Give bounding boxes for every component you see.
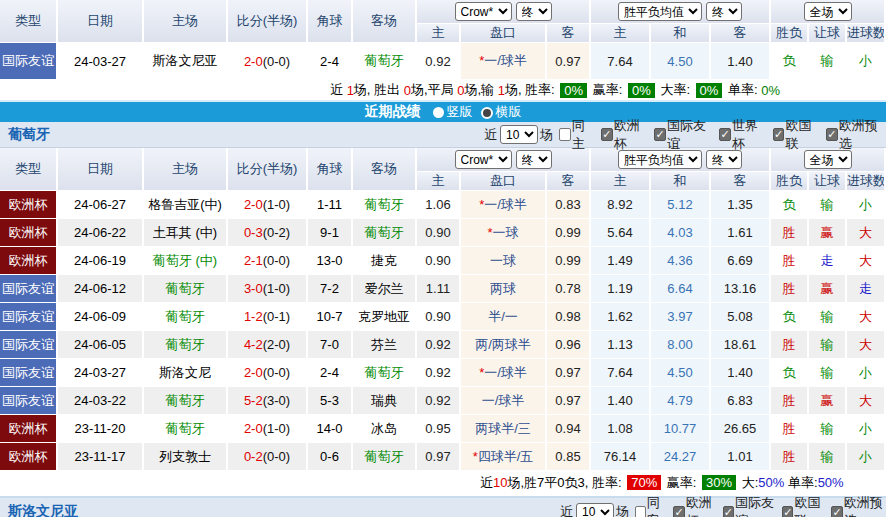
final-odds-select-b[interactable]: 终 (706, 150, 742, 169)
league-type-cell: 国际友谊 (0, 331, 58, 359)
col-header-0: 类型 (0, 148, 58, 191)
view-mode-label: 横版 (496, 104, 522, 119)
match-row: 国际友谊24-03-22葡萄牙5-2(3-0)5-3瑞典0.92一/球半0.97… (0, 387, 886, 415)
bookmaker-select[interactable]: Crow* (455, 150, 512, 169)
league-checkbox[interactable]: ✓ (831, 506, 842, 517)
col-header-4: 角球 (308, 148, 353, 191)
avg-odds-select[interactable]: 胜平负均值 (618, 150, 702, 169)
result-group-header: 全场 (771, 0, 886, 24)
subcol-header-5: 客 (711, 24, 771, 43)
stat-badge: 0% (560, 83, 587, 98)
recent-matches-table-header: 类型日期主场比分(半场)角球客场Crow*终胜平负均值终全场主盘口客主和客胜负让… (0, 148, 886, 191)
next-team-filter-controls: 近 10 场同客✓欧洲杯✓国际友谊✓欧国联✓欧洲预选 (560, 498, 886, 517)
games-count-select[interactable]: 10 (500, 125, 538, 144)
avg-home-cell: 1.19 (591, 275, 651, 303)
games-count-select[interactable]: 10 (576, 503, 614, 517)
date-cell: 24-06-05 (58, 331, 144, 359)
handicap-cell: 一球 (461, 247, 547, 275)
league-checkbox[interactable]: ✓ (601, 128, 613, 141)
avg-away-cell: 5.08 (711, 303, 771, 331)
result-handicap-cell: 走 (809, 247, 847, 275)
stat-text: 赢率: (663, 474, 700, 492)
result-goals-cell: 大 (847, 247, 886, 275)
same-venue-checkbox[interactable] (559, 128, 571, 141)
avg-draw-cell: 24.27 (651, 443, 711, 471)
away-team-cell: 葡萄牙 (353, 43, 417, 80)
away-odds-cell: 0.99 (547, 247, 591, 275)
home-team-cell: 葡萄牙 (144, 303, 228, 331)
stat-text: 单率: (724, 81, 761, 99)
view-mode-radio[interactable] (433, 107, 444, 118)
home-team-cell: 列支敦士 (144, 443, 228, 471)
handicap-cell: *一/球半 (461, 359, 547, 387)
result-handicap-cell: 输 (809, 191, 847, 219)
league-checkbox-label: 国际友谊 (735, 494, 776, 517)
handicap-text: 一球 (493, 225, 519, 240)
same-venue-checkbox[interactable] (635, 506, 646, 517)
result-handicap-cell: 输 (809, 359, 847, 387)
avg-away-cell: 18.61 (711, 331, 771, 359)
league-checkbox-label: 国际友谊 (667, 117, 713, 153)
subcol-header-0: 主 (417, 172, 461, 191)
home-team-cell: 葡萄牙 (144, 275, 228, 303)
next-team-filter-row: 斯洛文尼亚 近 10 场同客✓欧洲杯✓国际友谊✓欧国联✓欧洲预选 (0, 496, 886, 517)
scope-select[interactable]: 全场 (804, 150, 852, 169)
subcol-header-4: 和 (651, 24, 711, 43)
home-odds-cell: 0.92 (417, 387, 461, 415)
league-checkbox[interactable]: ✓ (673, 506, 684, 517)
col-header-5: 客场 (353, 148, 417, 191)
same-venue-label: 同客 (647, 494, 668, 517)
corners-cell: 14-0 (308, 415, 353, 443)
bookmaker-select[interactable]: Crow* (455, 2, 512, 21)
banner-title: 近期战绩 (365, 103, 421, 121)
league-type-cell: 国际友谊 (0, 359, 58, 387)
result-goals-cell: 大 (847, 303, 886, 331)
league-type-cell: 国际友谊 (0, 43, 58, 80)
stat-text: 场,胜7平0负3, 胜率: (507, 474, 625, 492)
league-checkbox[interactable]: ✓ (826, 128, 838, 141)
result-wdl-cell: 胜 (771, 331, 809, 359)
date-cell: 24-06-12 (58, 275, 144, 303)
avg-home-cell: 1.40 (591, 387, 651, 415)
league-checkbox[interactable]: ✓ (723, 506, 734, 517)
date-cell: 24-06-22 (58, 219, 144, 247)
league-checkbox[interactable]: ✓ (719, 128, 731, 141)
col-header-3: 比分(半场) (228, 0, 308, 43)
league-checkbox-label: 欧洲杯 (686, 494, 717, 517)
fulltime-score: 2-0 (244, 54, 263, 69)
result-goals-cell: 小 (847, 415, 886, 443)
home-team-cell: 葡萄牙 (中) (144, 247, 228, 275)
avg-home-cell: 5.64 (591, 219, 651, 247)
stat-badge: 0% (696, 83, 723, 98)
stat-text: 单率: (784, 474, 817, 492)
view-mode-radio[interactable] (481, 107, 493, 119)
col-header-1: 日期 (58, 0, 144, 43)
result-goals-cell: 小 (847, 43, 886, 80)
league-checkbox[interactable]: ✓ (782, 506, 793, 517)
result-goals-cell: 大 (847, 331, 886, 359)
match-row: 欧洲杯24-06-27格鲁吉亚(中)2-0(1-0)1-11葡萄牙1.06*一/… (0, 191, 886, 219)
handicap-cell: *一/球半 (461, 43, 547, 80)
team-filter-controls: 近 10 场同主✓欧洲杯✓国际友谊✓世界杯✓欧国联✓欧洲预选 (484, 122, 886, 147)
league-checkbox[interactable]: ✓ (654, 128, 666, 141)
corners-cell: 7-2 (308, 275, 353, 303)
result-wdl-cell: 负 (771, 359, 809, 387)
team-filter-row: 葡萄牙 近 10 场同主✓欧洲杯✓国际友谊✓世界杯✓欧国联✓欧洲预选 (0, 122, 886, 148)
header-dropdown-row: 类型日期主场比分(半场)角球客场Crow*终胜平负均值终全场 (0, 0, 886, 24)
result-wdl-cell: 负 (771, 303, 809, 331)
date-cell: 24-06-09 (58, 303, 144, 331)
home-team-cell: 葡萄牙 (144, 415, 228, 443)
avg-odds-select[interactable]: 胜平负均值 (618, 2, 702, 21)
avg-home-cell: 1.62 (591, 303, 651, 331)
date-cell: 24-06-19 (58, 247, 144, 275)
games-unit-label: 场 (540, 126, 553, 144)
final-odds-select-b[interactable]: 终 (706, 2, 742, 21)
league-checkbox[interactable]: ✓ (773, 128, 785, 141)
away-team-cell: 冰岛 (353, 415, 417, 443)
final-odds-select-a[interactable]: 终 (516, 2, 552, 21)
scope-select[interactable]: 全场 (804, 2, 852, 21)
handicap-text: 两/两球半 (475, 337, 531, 352)
match-row: 国际友谊24-03-27斯洛文尼2-0(0-0)2-4葡萄牙0.92*一/球半0… (0, 359, 886, 387)
result-goals-cell: 走 (847, 275, 886, 303)
final-odds-select-a[interactable]: 终 (516, 150, 552, 169)
